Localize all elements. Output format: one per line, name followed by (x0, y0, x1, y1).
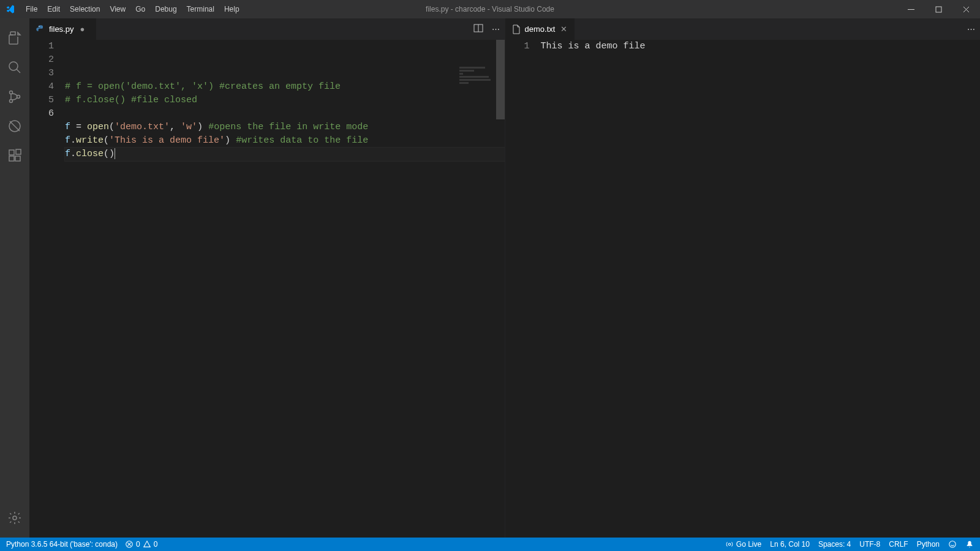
svg-point-12 (39, 26, 39, 26)
vertical-scrollbar[interactable] (496, 40, 505, 538)
status-bar: Python 3.6.5 64-bit ('base': conda) 0 0 … (0, 538, 980, 551)
status-go-live[interactable]: Go Live (725, 540, 761, 549)
window-controls (897, 0, 980, 18)
svg-point-17 (949, 541, 956, 548)
title-bar: FileEditSelectionViewGoDebugTerminalHelp… (0, 0, 980, 18)
menu-item-debug[interactable]: Debug (150, 0, 181, 18)
menu-item-terminal[interactable]: Terminal (182, 0, 219, 18)
code-area-left[interactable]: # f = open('demo.txt', 'x') #creates an … (65, 40, 505, 538)
code-area-right[interactable]: This is a demo file (541, 40, 981, 538)
svg-point-16 (728, 543, 731, 545)
close-icon[interactable]: ✕ (559, 24, 568, 34)
activity-bar (0, 18, 29, 538)
menu-item-help[interactable]: Help (219, 0, 244, 18)
vscode-logo-icon (0, 4, 21, 14)
tab-label: demo.txt (525, 24, 556, 34)
python-file-icon (36, 24, 45, 34)
text-file-icon (511, 24, 521, 34)
tab-demo-txt[interactable]: demo.txt ✕ (505, 18, 576, 40)
close-button[interactable] (952, 0, 980, 18)
menu-item-edit[interactable]: Edit (42, 0, 65, 18)
editor-group-right: demo.txt ✕ ⋯ 1 This is a demo file (505, 18, 981, 538)
maximize-button[interactable] (925, 0, 952, 18)
editor-group-left: files.py ● ⋯ 123456 # f = open('demo.txt… (29, 18, 505, 538)
svg-rect-10 (16, 149, 21, 154)
menu-item-selection[interactable]: Selection (65, 0, 105, 18)
svg-rect-9 (15, 156, 20, 161)
minimize-button[interactable] (897, 0, 925, 18)
tab-actions-right: ⋯ (967, 18, 980, 40)
editor-body-left[interactable]: 123456 # f = open('demo.txt', 'x') #crea… (29, 40, 505, 538)
svg-rect-0 (908, 9, 914, 10)
warning-count: 0 (154, 540, 158, 549)
tab-actions-left: ⋯ (473, 18, 505, 40)
menu-item-go[interactable]: Go (130, 0, 150, 18)
main-area: files.py ● ⋯ 123456 # f = open('demo.txt… (0, 18, 980, 538)
line-gutter-right: 1 (505, 40, 541, 538)
settings-gear-icon[interactable] (0, 503, 29, 533)
tabs-bar-left: files.py ● ⋯ (29, 18, 505, 40)
svg-point-2 (9, 62, 18, 70)
svg-rect-8 (9, 156, 14, 161)
minimap[interactable] (459, 40, 496, 70)
status-problems[interactable]: 0 0 (125, 540, 157, 549)
status-python-env[interactable]: Python 3.6.5 64-bit ('base': conda) (6, 540, 118, 549)
source-control-icon[interactable] (0, 82, 29, 111)
svg-point-11 (13, 516, 17, 520)
status-bell-icon[interactable] (965, 540, 974, 549)
svg-rect-1 (936, 7, 941, 12)
tabs-bar-right: demo.txt ✕ ⋯ (505, 18, 981, 40)
status-language[interactable]: Python (917, 540, 940, 549)
status-eol[interactable]: CRLF (889, 540, 908, 549)
editor-area: files.py ● ⋯ 123456 # f = open('demo.txt… (29, 18, 980, 538)
status-encoding[interactable]: UTF-8 (859, 540, 880, 549)
tab-files-py[interactable]: files.py ● (29, 18, 97, 40)
line-gutter-left: 123456 (29, 40, 65, 538)
status-feedback-icon[interactable] (948, 540, 957, 549)
search-icon[interactable] (0, 53, 29, 82)
more-actions-icon[interactable]: ⋯ (967, 24, 975, 34)
menu-item-view[interactable]: View (105, 0, 130, 18)
scrollbar-thumb[interactable] (496, 40, 505, 119)
debug-icon[interactable] (0, 111, 29, 141)
window-title: files.py - charcode - Visual Studio Code (426, 5, 554, 13)
error-count: 0 (136, 540, 140, 549)
split-editor-icon[interactable] (473, 23, 483, 35)
tab-label: files.py (49, 24, 74, 34)
extensions-icon[interactable] (0, 141, 29, 170)
svg-point-4 (10, 100, 13, 103)
more-actions-icon[interactable]: ⋯ (492, 24, 500, 34)
tab-dirty-icon[interactable]: ● (77, 24, 87, 34)
menu-bar: FileEditSelectionViewGoDebugTerminalHelp (21, 0, 244, 18)
editor-body-right[interactable]: 1 This is a demo file (505, 40, 981, 538)
svg-rect-7 (9, 150, 14, 155)
explorer-icon[interactable] (0, 23, 29, 53)
menu-item-file[interactable]: File (21, 0, 42, 18)
status-indent[interactable]: Spaces: 4 (818, 540, 851, 549)
status-cursor-position[interactable]: Ln 6, Col 10 (770, 540, 810, 549)
svg-point-3 (10, 91, 13, 94)
